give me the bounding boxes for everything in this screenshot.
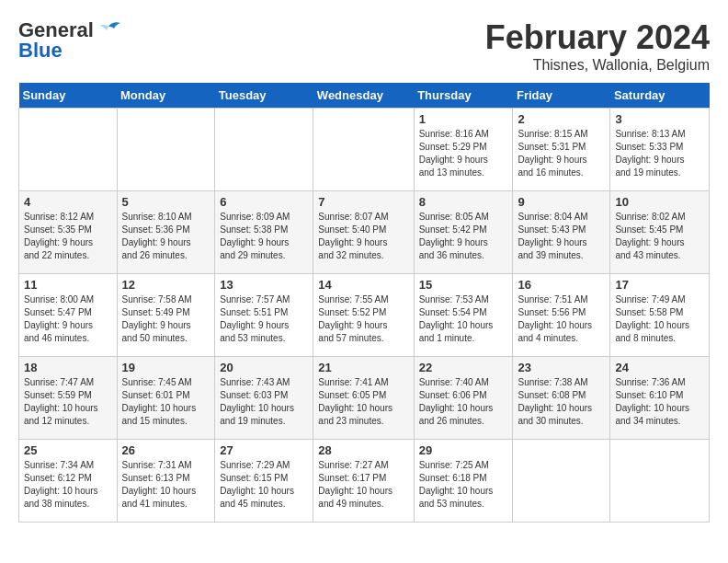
day-info: Sunrise: 7:49 AM Sunset: 5:58 PM Dayligh… [615, 293, 704, 345]
day-number: 6 [220, 195, 308, 209]
month-year-title: February 2024 [485, 18, 710, 57]
calendar-cell [313, 109, 414, 191]
day-header-saturday: Saturday [610, 83, 710, 109]
day-info: Sunrise: 8:16 AM Sunset: 5:29 PM Dayligh… [419, 128, 508, 179]
day-header-friday: Friday [513, 83, 610, 109]
calendar-cell: 23Sunrise: 7:38 AM Sunset: 6:08 PM Dayli… [513, 357, 610, 440]
day-header-wednesday: Wednesday [313, 83, 414, 109]
calendar-cell [19, 109, 118, 191]
day-info: Sunrise: 8:13 AM Sunset: 5:33 PM Dayligh… [615, 128, 704, 179]
logo-bird-icon [96, 19, 121, 40]
day-info: Sunrise: 8:02 AM Sunset: 5:45 PM Dayligh… [615, 211, 704, 262]
day-info: Sunrise: 8:00 AM Sunset: 5:47 PM Dayligh… [24, 293, 112, 345]
location-subtitle: Thisnes, Wallonia, Belgium [485, 57, 710, 74]
day-info: Sunrise: 8:05 AM Sunset: 5:42 PM Dayligh… [419, 211, 508, 262]
day-number: 22 [419, 361, 508, 374]
calendar-cell: 6Sunrise: 8:09 AM Sunset: 5:38 PM Daylig… [215, 191, 313, 274]
calendar-cell: 3Sunrise: 8:13 AM Sunset: 5:33 PM Daylig… [610, 109, 710, 191]
day-number: 16 [518, 278, 605, 292]
calendar-cell: 9Sunrise: 8:04 AM Sunset: 5:43 PM Daylig… [513, 191, 610, 274]
day-info: Sunrise: 7:36 AM Sunset: 6:10 PM Dayligh… [615, 376, 704, 428]
day-number: 11 [24, 278, 112, 292]
day-info: Sunrise: 7:29 AM Sunset: 6:15 PM Dayligh… [220, 459, 308, 511]
day-info: Sunrise: 7:34 AM Sunset: 6:12 PM Dayligh… [24, 459, 112, 511]
calendar-cell: 22Sunrise: 7:40 AM Sunset: 6:06 PM Dayli… [414, 357, 513, 440]
calendar-cell: 1Sunrise: 8:16 AM Sunset: 5:29 PM Daylig… [414, 109, 513, 191]
calendar-header-row: SundayMondayTuesdayWednesdayThursdayFrid… [19, 83, 710, 109]
calendar-cell: 4Sunrise: 8:12 AM Sunset: 5:35 PM Daylig… [19, 191, 118, 274]
calendar-cell: 25Sunrise: 7:34 AM Sunset: 6:12 PM Dayli… [19, 440, 118, 523]
calendar-cell: 7Sunrise: 8:07 AM Sunset: 5:40 PM Daylig… [313, 191, 414, 274]
day-number: 7 [318, 195, 408, 209]
day-info: Sunrise: 7:53 AM Sunset: 5:54 PM Dayligh… [419, 293, 508, 345]
day-info: Sunrise: 7:55 AM Sunset: 5:52 PM Dayligh… [318, 293, 408, 345]
day-info: Sunrise: 8:04 AM Sunset: 5:43 PM Dayligh… [518, 211, 605, 262]
day-info: Sunrise: 8:15 AM Sunset: 5:31 PM Dayligh… [518, 128, 605, 179]
day-number: 19 [122, 361, 210, 374]
calendar-cell: 18Sunrise: 7:47 AM Sunset: 5:59 PM Dayli… [19, 357, 118, 440]
calendar-cell: 26Sunrise: 7:31 AM Sunset: 6:13 PM Dayli… [117, 440, 215, 523]
day-number: 29 [419, 443, 508, 457]
calendar-week-row: 11Sunrise: 8:00 AM Sunset: 5:47 PM Dayli… [19, 274, 710, 357]
day-number: 26 [122, 443, 210, 457]
day-number: 5 [122, 195, 210, 209]
day-header-thursday: Thursday [414, 83, 513, 109]
day-number: 21 [318, 361, 408, 374]
day-number: 14 [318, 278, 408, 292]
calendar-week-row: 25Sunrise: 7:34 AM Sunset: 6:12 PM Dayli… [19, 440, 710, 523]
calendar-cell [117, 109, 215, 191]
day-number: 25 [24, 443, 112, 457]
calendar-cell [215, 109, 313, 191]
day-number: 17 [615, 278, 704, 292]
day-info: Sunrise: 8:12 AM Sunset: 5:35 PM Dayligh… [24, 211, 112, 262]
logo: General Blue [18, 18, 121, 63]
day-number: 1 [419, 112, 508, 126]
calendar-cell: 24Sunrise: 7:36 AM Sunset: 6:10 PM Dayli… [610, 357, 710, 440]
day-info: Sunrise: 8:09 AM Sunset: 5:38 PM Dayligh… [220, 211, 308, 262]
calendar-cell: 16Sunrise: 7:51 AM Sunset: 5:56 PM Dayli… [513, 274, 610, 357]
calendar-cell: 12Sunrise: 7:58 AM Sunset: 5:49 PM Dayli… [117, 274, 215, 357]
calendar-cell: 8Sunrise: 8:05 AM Sunset: 5:42 PM Daylig… [414, 191, 513, 274]
title-block: February 2024 Thisnes, Wallonia, Belgium [485, 18, 710, 74]
calendar-cell: 20Sunrise: 7:43 AM Sunset: 6:03 PM Dayli… [215, 357, 313, 440]
calendar-cell: 14Sunrise: 7:55 AM Sunset: 5:52 PM Dayli… [313, 274, 414, 357]
day-number: 15 [419, 278, 508, 292]
day-info: Sunrise: 7:40 AM Sunset: 6:06 PM Dayligh… [419, 376, 508, 428]
day-number: 13 [220, 278, 308, 292]
day-info: Sunrise: 7:51 AM Sunset: 5:56 PM Dayligh… [518, 293, 605, 345]
day-header-tuesday: Tuesday [215, 83, 313, 109]
day-number: 2 [518, 112, 605, 126]
day-info: Sunrise: 8:10 AM Sunset: 5:36 PM Dayligh… [122, 211, 210, 262]
day-number: 20 [220, 361, 308, 374]
day-number: 10 [615, 195, 704, 209]
day-info: Sunrise: 7:57 AM Sunset: 5:51 PM Dayligh… [220, 293, 308, 345]
day-info: Sunrise: 7:31 AM Sunset: 6:13 PM Dayligh… [122, 459, 210, 511]
calendar-week-row: 18Sunrise: 7:47 AM Sunset: 5:59 PM Dayli… [19, 357, 710, 440]
logo-blue-text: Blue [18, 39, 63, 63]
day-info: Sunrise: 7:38 AM Sunset: 6:08 PM Dayligh… [518, 376, 605, 428]
day-number: 4 [24, 195, 112, 209]
day-number: 3 [615, 112, 704, 126]
day-info: Sunrise: 7:25 AM Sunset: 6:18 PM Dayligh… [419, 459, 508, 511]
calendar-cell: 28Sunrise: 7:27 AM Sunset: 6:17 PM Dayli… [313, 440, 414, 523]
calendar-cell: 17Sunrise: 7:49 AM Sunset: 5:58 PM Dayli… [610, 274, 710, 357]
calendar-table: SundayMondayTuesdayWednesdayThursdayFrid… [18, 83, 710, 523]
page-header: General Blue February 2024 Thisnes, Wall… [18, 18, 710, 74]
calendar-cell: 21Sunrise: 7:41 AM Sunset: 6:05 PM Dayli… [313, 357, 414, 440]
calendar-cell [610, 440, 710, 523]
day-number: 23 [518, 361, 605, 374]
day-info: Sunrise: 7:27 AM Sunset: 6:17 PM Dayligh… [318, 459, 408, 511]
day-info: Sunrise: 7:58 AM Sunset: 5:49 PM Dayligh… [122, 293, 210, 345]
calendar-cell: 15Sunrise: 7:53 AM Sunset: 5:54 PM Dayli… [414, 274, 513, 357]
calendar-week-row: 1Sunrise: 8:16 AM Sunset: 5:29 PM Daylig… [19, 109, 710, 191]
calendar-cell: 13Sunrise: 7:57 AM Sunset: 5:51 PM Dayli… [215, 274, 313, 357]
day-number: 12 [122, 278, 210, 292]
day-number: 8 [419, 195, 508, 209]
day-number: 24 [615, 361, 704, 374]
day-number: 18 [24, 361, 112, 374]
day-info: Sunrise: 7:41 AM Sunset: 6:05 PM Dayligh… [318, 376, 408, 428]
day-number: 27 [220, 443, 308, 457]
day-number: 9 [518, 195, 605, 209]
day-info: Sunrise: 7:45 AM Sunset: 6:01 PM Dayligh… [122, 376, 210, 428]
calendar-cell [513, 440, 610, 523]
